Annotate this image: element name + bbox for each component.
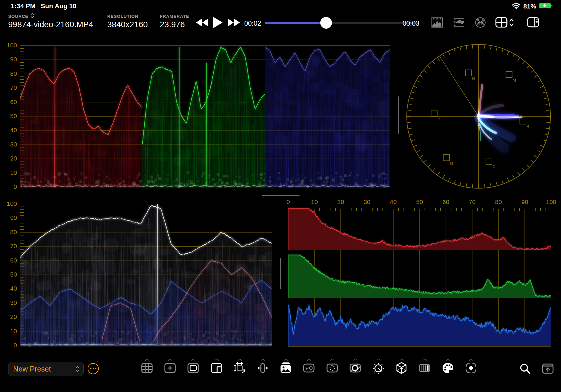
- sidebar-toggle-button[interactable]: [526, 16, 540, 30]
- caret-up-icon: [330, 358, 335, 361]
- source-selector[interactable]: SOURCE 99874-video-2160.MP4: [8, 13, 93, 29]
- more-options-button[interactable]: [88, 363, 99, 374]
- status-time: 1:34 PM: [11, 2, 36, 10]
- adjust-dial-button[interactable]: [371, 358, 385, 377]
- playback-slider[interactable]: [265, 18, 418, 27]
- panel-divider-bottom-vertical[interactable]: [280, 258, 281, 289]
- grid-overlay-icon: [140, 361, 154, 375]
- fast-forward-button[interactable]: [227, 18, 240, 28]
- scale-label: 10: [3, 170, 17, 176]
- scale-label: 50: [412, 199, 427, 205]
- chevron-up-down-icon: [30, 13, 34, 19]
- color-palette-icon: [441, 361, 455, 375]
- caret-up-icon: [261, 358, 265, 361]
- histogram-view-icon: [430, 25, 444, 30]
- source-label: SOURCE: [8, 14, 28, 19]
- focus-record-button[interactable]: [464, 358, 478, 377]
- scale-label: 90: [3, 215, 17, 221]
- panel-divider-top-vertical[interactable]: [398, 96, 399, 134]
- rgb-parade-canvas: [20, 42, 390, 190]
- caret-up-icon: [469, 358, 473, 361]
- scale-label: 100: [544, 199, 558, 205]
- image-gallery-button[interactable]: [279, 358, 293, 377]
- scale-label: 80: [491, 199, 506, 205]
- caret-up-icon: [423, 358, 427, 361]
- scale-label: 0: [3, 342, 17, 348]
- vectorscope-view-button[interactable]: [473, 16, 487, 30]
- transform-resize-icon: [233, 361, 246, 375]
- layout-split-icon: [210, 361, 223, 375]
- battery-percent: 81%: [523, 3, 536, 10]
- overlay-waveform-canvas: [20, 200, 272, 348]
- width-adjust-button[interactable]: [256, 358, 270, 377]
- caret-up-icon: [145, 358, 149, 361]
- scale-label: 40: [386, 199, 401, 205]
- scale-label: 90: [3, 56, 17, 63]
- share-export-button[interactable]: [541, 362, 555, 376]
- caret-up-icon: [238, 358, 242, 361]
- frame-outline-button[interactable]: [186, 358, 200, 377]
- scale-label: 40: [3, 285, 17, 292]
- framerate-value: 23.976: [160, 20, 189, 29]
- remaining-time: -00:03: [400, 20, 419, 27]
- panel-divider-horizontal[interactable]: [262, 195, 299, 196]
- caret-up-icon: [191, 358, 195, 361]
- battery-charging-icon: [539, 2, 553, 11]
- status-date: Sun Aug 10: [41, 2, 77, 10]
- scale-label: 70: [465, 199, 479, 205]
- scale-label: 40: [3, 127, 17, 133]
- scale-label: 80: [3, 229, 17, 235]
- source-filename: 99874-video-2160.MP4: [8, 20, 93, 29]
- scale-label: 60: [3, 99, 17, 105]
- cube-3d-button[interactable]: [394, 358, 408, 377]
- slider-knob[interactable]: [320, 17, 332, 29]
- add-scope-button[interactable]: [163, 358, 177, 377]
- scale-label: 30: [3, 141, 17, 148]
- caret-up-icon: [353, 358, 358, 361]
- add-scope-icon: [163, 361, 177, 375]
- image-gallery-icon: [279, 361, 292, 375]
- status-bar: 1:34 PMSun Aug 10 81%: [0, 0, 561, 11]
- scale-label: 60: [3, 257, 17, 264]
- layout-grid-icon: [495, 26, 508, 30]
- chevron-up-down-icon: [75, 365, 80, 373]
- layout-chevrons-icon: [509, 18, 514, 29]
- scale-label: 20: [3, 155, 17, 162]
- columns-bars-button[interactable]: [418, 358, 432, 377]
- layout-split-button[interactable]: [209, 358, 224, 377]
- cube-3d-icon: [395, 361, 408, 375]
- resolution-group: RESOLUTION 3840x2160: [107, 13, 148, 29]
- rewind-button[interactable]: [196, 18, 209, 28]
- caret-up-icon: [307, 358, 311, 361]
- blend-hatch-button[interactable]: [348, 358, 362, 377]
- vectorscope-canvas: [406, 44, 551, 189]
- scale-label: 30: [3, 300, 17, 306]
- caret-up-icon: [399, 358, 404, 361]
- sidebar-toggle-icon: [527, 25, 540, 30]
- waveform-view-button[interactable]: [452, 16, 466, 30]
- caret-up-icon: [376, 358, 381, 361]
- scale-label: 90: [517, 199, 532, 205]
- focus-record-icon: [464, 361, 478, 375]
- search-button[interactable]: [518, 362, 532, 376]
- share-export-icon: [541, 372, 555, 376]
- scale-label: 30: [360, 199, 374, 205]
- scale-label: 70: [3, 243, 17, 249]
- transform-resize-button[interactable]: [233, 358, 247, 377]
- key-lut-button[interactable]: [302, 358, 316, 377]
- resolution-label: RESOLUTION: [107, 14, 138, 19]
- scale-label: 10: [307, 199, 322, 205]
- color-palette-button[interactable]: [441, 358, 455, 377]
- frame-outline-icon: [186, 361, 200, 375]
- histogram-view-button[interactable]: [430, 16, 444, 30]
- play-button[interactable]: [213, 17, 223, 29]
- key-lut-icon: [302, 361, 316, 375]
- preset-select[interactable]: New Preset: [8, 362, 84, 376]
- selection-dashed-button[interactable]: [325, 358, 339, 377]
- grid-overlay-button[interactable]: [140, 358, 154, 377]
- framerate-label: FRAMERATE: [160, 14, 189, 19]
- slider-fill: [265, 22, 326, 24]
- scale-label: 100: [3, 42, 17, 49]
- layout-grid-button[interactable]: [494, 16, 508, 30]
- scale-label: 100: [3, 201, 17, 207]
